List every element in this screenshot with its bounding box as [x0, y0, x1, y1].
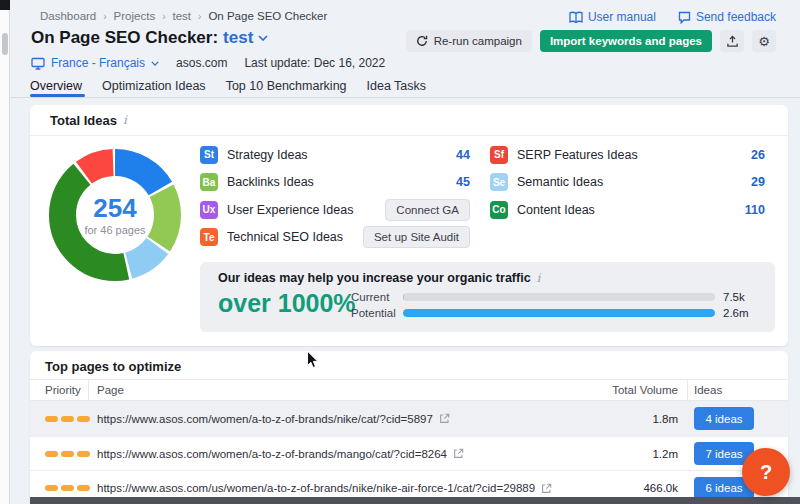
total-volume-value: 1.8m	[652, 413, 678, 425]
gear-icon: ⚙	[758, 34, 770, 49]
language-label: France - Français	[51, 56, 145, 70]
import-keywords-button[interactable]: Import keywords and pages	[540, 30, 712, 52]
strategy-ideas-row: St Strategy Ideas 44	[200, 141, 470, 169]
column-divider	[687, 380, 688, 402]
serp-features-ideas-count[interactable]: 26	[751, 148, 765, 162]
tab-bar: Overview Optimization Ideas Top 10 Bench…	[30, 79, 426, 105]
breadcrumb-separator-icon: ›	[162, 11, 165, 22]
page-title-text: On Page SEO Checker:	[31, 28, 218, 48]
tab-idea-tasks[interactable]: Idea Tasks	[367, 79, 427, 105]
external-link-icon[interactable]	[453, 448, 464, 459]
strategy-badge: St	[200, 146, 218, 164]
feedback-bubble-icon	[678, 11, 691, 24]
column-ideas[interactable]: Ideas	[694, 384, 722, 396]
info-icon[interactable]: i	[537, 271, 541, 285]
content-badge: Co	[490, 201, 508, 219]
window-bottom-edge	[30, 497, 800, 504]
total-ideas-panel: Total Ideas i 254 for 46 pages St Strate…	[30, 105, 788, 346]
left-edge-scroll-thumb[interactable]	[2, 33, 8, 55]
semantic-ideas-count[interactable]: 29	[751, 175, 765, 189]
semantic-ideas-row: Se Semantic Ideas 29	[490, 169, 765, 197]
total-ideas-count: 254	[93, 195, 136, 221]
content-ideas-count[interactable]: 110	[745, 203, 765, 217]
content-ideas-row: Co Content Ideas 110	[490, 196, 765, 224]
column-priority[interactable]: Priority	[45, 384, 81, 396]
campaign-meta: France - Français asos.com Last update: …	[31, 56, 385, 70]
refresh-icon	[416, 35, 428, 47]
send-feedback-link[interactable]: Send feedback	[678, 10, 776, 24]
import-keywords-label: Import keywords and pages	[550, 35, 702, 47]
current-traffic-label: Current	[351, 291, 403, 303]
help-button[interactable]: ?	[742, 448, 790, 496]
column-page[interactable]: Page	[97, 384, 124, 396]
column-divider	[88, 380, 89, 402]
user-experience-ideas-label: User Experience Ideas	[227, 203, 353, 217]
page-url-link[interactable]: https://www.asos.com/women/a-to-z-of-bra…	[97, 413, 433, 425]
total-volume-value: 466.0k	[643, 482, 678, 494]
semantic-badge: Se	[490, 173, 508, 191]
potential-traffic-fill	[403, 309, 715, 317]
chevron-down-icon	[151, 61, 159, 66]
connect-ga-button[interactable]: Connect GA	[385, 199, 470, 221]
organic-traffic-box: Our ideas may help you increase your org…	[200, 262, 775, 332]
traffic-title: Our ideas may help you increase your org…	[218, 271, 531, 285]
breadcrumb-item-current: On Page SEO Checker	[208, 10, 327, 22]
export-button[interactable]	[720, 30, 744, 52]
project-name-dropdown[interactable]: test	[223, 28, 253, 48]
breadcrumb-item-project[interactable]: test	[173, 10, 192, 22]
current-traffic-value: 7.5k	[723, 291, 745, 303]
traffic-highlight: over 1000%	[218, 289, 356, 318]
table-row: https://www.asos.com/women/a-to-z-of-bra…	[30, 401, 788, 436]
total-ideas-pages: for 46 pages	[84, 224, 145, 236]
technical-seo-ideas-row: Te Technical SEO Ideas Set up Site Audit	[200, 224, 470, 252]
header-links: User manual Send feedback	[569, 10, 776, 24]
rerun-campaign-button[interactable]: Re-run campaign	[406, 30, 532, 52]
potential-traffic-label: Potential	[351, 307, 403, 319]
serp-features-ideas-label: SERP Features Ideas	[517, 148, 638, 162]
table-row: https://www.asos.com/women/a-to-z-of-bra…	[30, 436, 788, 470]
ideas-count-button[interactable]: 4 ideas	[694, 407, 754, 430]
language-selector[interactable]: France - Français	[31, 56, 159, 70]
user-experience-ideas-row: Ux User Experience Ideas Connect GA	[200, 196, 470, 224]
backlinks-ideas-count[interactable]: 45	[456, 175, 470, 189]
strategy-ideas-count[interactable]: 44	[456, 148, 470, 162]
ideas-list-right: Sf SERP Features Ideas 26 Se Semantic Id…	[490, 141, 765, 224]
send-feedback-label: Send feedback	[696, 10, 776, 24]
external-link-icon[interactable]	[439, 413, 450, 424]
campaign-domain: asos.com	[176, 56, 227, 70]
page-url-link[interactable]: https://www.asos.com/women/a-to-z-of-bra…	[97, 448, 447, 460]
traffic-title-row: Our ideas may help you increase your org…	[218, 271, 540, 285]
tab-top10-benchmarking[interactable]: Top 10 Benchmarking	[226, 79, 347, 105]
upload-icon	[726, 35, 739, 48]
semantic-ideas-label: Semantic Ideas	[517, 175, 603, 189]
breadcrumb-item-projects[interactable]: Projects	[114, 10, 156, 22]
app-window: Dashboard › Projects › test › On Page SE…	[0, 0, 800, 504]
tab-optimization-ideas[interactable]: Optimization Ideas	[102, 79, 206, 105]
left-window-edge	[0, 0, 10, 504]
chevron-down-icon[interactable]	[258, 35, 268, 41]
user-experience-badge: Ux	[200, 201, 218, 219]
priority-indicator	[45, 485, 90, 491]
technical-seo-badge: Te	[200, 228, 218, 246]
tabs-divider	[11, 97, 800, 98]
page-url-link[interactable]: https://www.asos.com/us/women/a-to-z-of-…	[97, 482, 535, 494]
header-actions: Re-run campaign Import keywords and page…	[406, 30, 776, 52]
column-total-volume[interactable]: Total Volume	[612, 384, 678, 396]
user-manual-link[interactable]: User manual	[569, 10, 656, 24]
page-title: On Page SEO Checker: test	[31, 28, 268, 48]
top-pages-panel: Top pages to optimize Priority Page Tota…	[30, 351, 788, 504]
total-volume-value: 1.2m	[652, 448, 678, 460]
ideas-list-left: St Strategy Ideas 44 Ba Backlinks Ideas …	[200, 141, 470, 251]
setup-site-audit-button[interactable]: Set up Site Audit	[363, 226, 470, 248]
active-tab-indicator	[30, 94, 85, 97]
external-link-icon[interactable]	[541, 483, 552, 494]
strategy-ideas-label: Strategy Ideas	[227, 148, 308, 162]
total-ideas-title: Total Ideas	[50, 113, 117, 128]
left-edge-dark-corner	[0, 0, 10, 10]
tab-overview[interactable]: Overview	[30, 79, 82, 105]
user-manual-label: User manual	[588, 10, 656, 24]
info-icon[interactable]: i	[123, 113, 127, 127]
breadcrumb-item-dashboard[interactable]: Dashboard	[40, 10, 96, 22]
settings-button[interactable]: ⚙	[752, 30, 776, 52]
potential-traffic-value: 2.6m	[723, 307, 749, 319]
